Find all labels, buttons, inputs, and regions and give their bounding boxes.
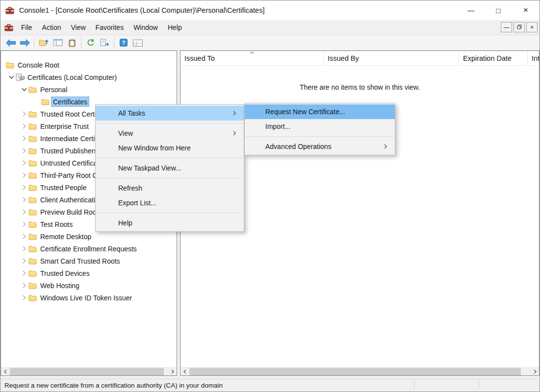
expand-icon[interactable] [20,172,28,178]
menu-item-label: Help [118,219,132,227]
list-horizontal-scrollbar[interactable] [180,367,539,375]
mdi-restore-button[interactable] [514,22,525,32]
tree-item-web-hosting[interactable]: Web Hosting [1,279,177,292]
tree-item-label: Web Hosting [39,281,81,290]
column-header-label: Inte [532,54,539,62]
menu-view[interactable]: View [66,20,90,35]
expand-icon[interactable] [20,123,28,129]
help-button[interactable]: ? [116,36,130,49]
export-list-button[interactable] [98,36,112,49]
minimize-button[interactable]: — [457,0,485,20]
tree-item-trusted-devices[interactable]: Trusted Devices [1,267,177,279]
list-scrollbar-thumb[interactable] [189,368,521,375]
collapse-icon[interactable] [7,75,16,79]
folder-icon [28,294,39,301]
collapse-icon[interactable] [20,88,28,91]
export-list-icon [100,39,109,47]
tree-item-personal[interactable]: Personal [1,83,177,96]
expand-icon[interactable] [20,270,28,276]
menu-item-help[interactable]: Help [96,216,244,230]
list-scrollbar-track[interactable] [189,368,531,376]
expand-icon[interactable] [20,111,28,117]
console-tree-icon [53,39,63,47]
all-tasks-submenu: Request New Certificate...Import...Advan… [244,103,395,155]
expand-icon[interactable] [20,136,28,141]
back-button[interactable] [3,36,18,49]
column-header-inte[interactable]: Inte [528,51,539,65]
tree-horizontal-scrollbar[interactable] [1,367,177,375]
toolbar-separator [81,38,81,48]
expand-icon[interactable] [20,295,28,300]
expand-icon[interactable] [20,221,28,227]
main-area: Console RootCertificates (Local Computer… [0,50,540,379]
up-one-level-button[interactable] [36,36,51,49]
title-bar[interactable]: Console1 - [Console Root\Certificates (L… [0,0,540,20]
tree-item-label: Certificate Enrollment Requests [39,244,138,253]
expand-icon[interactable] [20,148,28,153]
refresh-button[interactable] [83,36,98,49]
expand-icon[interactable] [20,197,28,202]
expand-icon[interactable] [20,246,28,251]
mdi-close-button[interactable]: × [526,22,538,32]
expand-icon[interactable] [20,283,28,288]
menu-favorites[interactable]: Favorites [91,20,129,35]
expand-icon[interactable] [20,258,28,264]
column-header-issued-by[interactable]: Issued By [324,51,459,65]
scroll-left-icon[interactable] [1,368,9,376]
tree-item-label: Certificates [51,97,89,106]
expand-icon[interactable] [20,160,28,166]
menu-file[interactable]: File [16,20,37,35]
tree-scrollbar-thumb[interactable] [10,368,164,375]
show-hide-console-tree-button[interactable] [51,36,65,49]
scroll-right-icon[interactable] [531,368,539,376]
taskpad-view-button[interactable] [130,36,145,49]
tree-item-smart-card-trusted-roots[interactable]: Smart Card Trusted Roots [1,255,177,267]
column-header-label: Issued To [184,54,215,62]
maximize-button[interactable]: □ [485,0,512,20]
folder-icon [28,111,39,118]
menu-item-label: Advanced Operations [265,143,332,150]
refresh-icon [86,39,95,47]
tree-item-windows-live-id-token-issuer[interactable]: Windows Live ID Token Issuer [1,292,177,304]
menu-item-advanced-operations[interactable]: Advanced Operations [245,139,395,154]
tree-item-console-root[interactable]: Console Root [1,59,177,71]
clipboard-icon [69,39,76,47]
maximize-icon: □ [496,6,500,15]
properties-button[interactable] [65,36,79,49]
tree-item-certificate-enrollment-requests[interactable]: Certificate Enrollment Requests [1,243,177,255]
menu-item-import[interactable]: Import... [245,119,395,134]
tree-scrollbar-track[interactable] [9,368,168,376]
menu-item-label: New Taskpad View... [118,164,181,172]
tree-item-certificates-local-computer[interactable]: Certificates (Local Computer) [1,71,177,83]
menu-item-view[interactable]: View [96,126,244,141]
window-controls: — □ × [457,0,540,20]
menu-action[interactable]: Action [37,20,66,35]
column-header-issued-to[interactable]: Issued To [180,51,324,65]
close-button[interactable]: × [512,0,540,20]
menu-help[interactable]: Help [163,20,187,35]
expand-icon[interactable] [20,234,28,239]
menu-separator [96,213,243,213]
column-header-expiration-date[interactable]: Expiration Date [459,51,528,65]
menu-window[interactable]: Window [129,20,163,35]
menu-item-new-window-from-here[interactable]: New Window from Here [96,141,244,155]
menu-item-request-new-certificate[interactable]: Request New Certificate... [245,104,395,119]
forward-button[interactable] [18,36,32,49]
sort-ascending-icon [250,51,254,54]
menu-item-refresh[interactable]: Refresh [96,181,244,196]
mdi-minimize-button[interactable]: — [501,22,512,32]
scroll-left-icon[interactable] [180,368,189,376]
tree-item-label: Remote Desktop [39,232,93,241]
menu-separator [96,123,243,123]
folder-icon [28,209,39,216]
expand-icon[interactable] [20,209,28,215]
submenu-arrow-icon [233,131,236,136]
menu-item-new-taskpad-view[interactable]: New Taskpad View... [96,161,244,175]
tree-item-label: Test Roots [39,220,74,229]
menu-item-export-list[interactable]: Export List... [96,196,244,210]
scroll-right-icon[interactable] [168,368,177,376]
menu-item-all-tasks[interactable]: All Tasks [96,106,244,121]
folder-icon [28,147,39,154]
expand-icon[interactable] [20,185,28,190]
tree-item-remote-desktop[interactable]: Remote Desktop [1,230,177,243]
